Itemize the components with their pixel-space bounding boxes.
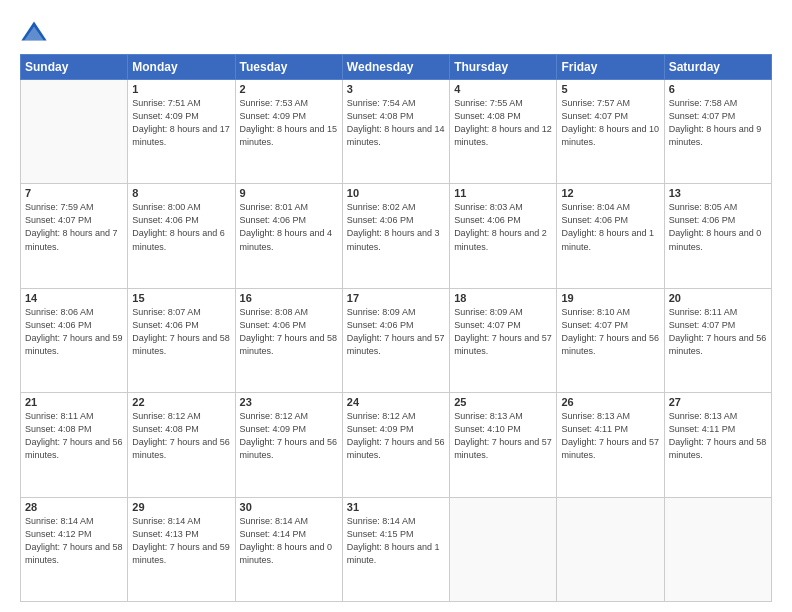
day-info: Sunrise: 8:02 AMSunset: 4:06 PMDaylight:…	[347, 201, 445, 253]
weekday-header-friday: Friday	[557, 55, 664, 80]
day-info: Sunrise: 8:11 AMSunset: 4:08 PMDaylight:…	[25, 410, 123, 462]
week-row-3: 14Sunrise: 8:06 AMSunset: 4:06 PMDayligh…	[21, 288, 772, 392]
weekday-header-thursday: Thursday	[450, 55, 557, 80]
day-cell	[450, 497, 557, 601]
day-info: Sunrise: 8:09 AMSunset: 4:06 PMDaylight:…	[347, 306, 445, 358]
day-info: Sunrise: 8:12 AMSunset: 4:09 PMDaylight:…	[347, 410, 445, 462]
day-cell: 25Sunrise: 8:13 AMSunset: 4:10 PMDayligh…	[450, 393, 557, 497]
day-info: Sunrise: 7:58 AMSunset: 4:07 PMDaylight:…	[669, 97, 767, 149]
day-cell: 3Sunrise: 7:54 AMSunset: 4:08 PMDaylight…	[342, 80, 449, 184]
day-cell: 24Sunrise: 8:12 AMSunset: 4:09 PMDayligh…	[342, 393, 449, 497]
day-cell	[557, 497, 664, 601]
day-cell: 6Sunrise: 7:58 AMSunset: 4:07 PMDaylight…	[664, 80, 771, 184]
day-cell: 15Sunrise: 8:07 AMSunset: 4:06 PMDayligh…	[128, 288, 235, 392]
calendar-table: SundayMondayTuesdayWednesdayThursdayFrid…	[20, 54, 772, 602]
day-number: 22	[132, 396, 230, 408]
day-cell: 23Sunrise: 8:12 AMSunset: 4:09 PMDayligh…	[235, 393, 342, 497]
logo-icon	[20, 18, 48, 46]
week-row-5: 28Sunrise: 8:14 AMSunset: 4:12 PMDayligh…	[21, 497, 772, 601]
weekday-header-monday: Monday	[128, 55, 235, 80]
page: SundayMondayTuesdayWednesdayThursdayFrid…	[0, 0, 792, 612]
day-info: Sunrise: 8:01 AMSunset: 4:06 PMDaylight:…	[240, 201, 338, 253]
day-info: Sunrise: 7:57 AMSunset: 4:07 PMDaylight:…	[561, 97, 659, 149]
day-number: 4	[454, 83, 552, 95]
weekday-header-sunday: Sunday	[21, 55, 128, 80]
day-number: 13	[669, 187, 767, 199]
day-number: 12	[561, 187, 659, 199]
week-row-4: 21Sunrise: 8:11 AMSunset: 4:08 PMDayligh…	[21, 393, 772, 497]
day-number: 23	[240, 396, 338, 408]
day-number: 20	[669, 292, 767, 304]
day-number: 27	[669, 396, 767, 408]
day-number: 2	[240, 83, 338, 95]
day-number: 30	[240, 501, 338, 513]
day-info: Sunrise: 8:04 AMSunset: 4:06 PMDaylight:…	[561, 201, 659, 253]
day-cell	[664, 497, 771, 601]
day-info: Sunrise: 8:14 AMSunset: 4:14 PMDaylight:…	[240, 515, 338, 567]
day-number: 3	[347, 83, 445, 95]
day-info: Sunrise: 7:59 AMSunset: 4:07 PMDaylight:…	[25, 201, 123, 253]
day-info: Sunrise: 7:54 AMSunset: 4:08 PMDaylight:…	[347, 97, 445, 149]
day-cell: 27Sunrise: 8:13 AMSunset: 4:11 PMDayligh…	[664, 393, 771, 497]
day-cell: 8Sunrise: 8:00 AMSunset: 4:06 PMDaylight…	[128, 184, 235, 288]
day-cell: 14Sunrise: 8:06 AMSunset: 4:06 PMDayligh…	[21, 288, 128, 392]
day-cell: 7Sunrise: 7:59 AMSunset: 4:07 PMDaylight…	[21, 184, 128, 288]
day-number: 31	[347, 501, 445, 513]
day-cell: 10Sunrise: 8:02 AMSunset: 4:06 PMDayligh…	[342, 184, 449, 288]
weekday-header-wednesday: Wednesday	[342, 55, 449, 80]
day-cell: 12Sunrise: 8:04 AMSunset: 4:06 PMDayligh…	[557, 184, 664, 288]
day-number: 16	[240, 292, 338, 304]
day-info: Sunrise: 7:51 AMSunset: 4:09 PMDaylight:…	[132, 97, 230, 149]
day-cell: 20Sunrise: 8:11 AMSunset: 4:07 PMDayligh…	[664, 288, 771, 392]
day-cell	[21, 80, 128, 184]
day-info: Sunrise: 8:13 AMSunset: 4:11 PMDaylight:…	[669, 410, 767, 462]
day-cell: 5Sunrise: 7:57 AMSunset: 4:07 PMDaylight…	[557, 80, 664, 184]
day-info: Sunrise: 7:55 AMSunset: 4:08 PMDaylight:…	[454, 97, 552, 149]
day-info: Sunrise: 8:06 AMSunset: 4:06 PMDaylight:…	[25, 306, 123, 358]
day-cell: 11Sunrise: 8:03 AMSunset: 4:06 PMDayligh…	[450, 184, 557, 288]
weekday-header-tuesday: Tuesday	[235, 55, 342, 80]
day-number: 15	[132, 292, 230, 304]
day-info: Sunrise: 8:07 AMSunset: 4:06 PMDaylight:…	[132, 306, 230, 358]
day-info: Sunrise: 8:05 AMSunset: 4:06 PMDaylight:…	[669, 201, 767, 253]
day-cell: 26Sunrise: 8:13 AMSunset: 4:11 PMDayligh…	[557, 393, 664, 497]
day-info: Sunrise: 8:12 AMSunset: 4:08 PMDaylight:…	[132, 410, 230, 462]
day-cell: 21Sunrise: 8:11 AMSunset: 4:08 PMDayligh…	[21, 393, 128, 497]
day-cell: 18Sunrise: 8:09 AMSunset: 4:07 PMDayligh…	[450, 288, 557, 392]
weekday-header-saturday: Saturday	[664, 55, 771, 80]
day-cell: 22Sunrise: 8:12 AMSunset: 4:08 PMDayligh…	[128, 393, 235, 497]
day-number: 5	[561, 83, 659, 95]
day-number: 9	[240, 187, 338, 199]
day-info: Sunrise: 8:09 AMSunset: 4:07 PMDaylight:…	[454, 306, 552, 358]
day-cell: 29Sunrise: 8:14 AMSunset: 4:13 PMDayligh…	[128, 497, 235, 601]
day-cell: 1Sunrise: 7:51 AMSunset: 4:09 PMDaylight…	[128, 80, 235, 184]
day-number: 8	[132, 187, 230, 199]
day-cell: 30Sunrise: 8:14 AMSunset: 4:14 PMDayligh…	[235, 497, 342, 601]
day-number: 6	[669, 83, 767, 95]
weekday-header-row: SundayMondayTuesdayWednesdayThursdayFrid…	[21, 55, 772, 80]
day-info: Sunrise: 7:53 AMSunset: 4:09 PMDaylight:…	[240, 97, 338, 149]
day-number: 7	[25, 187, 123, 199]
day-info: Sunrise: 8:00 AMSunset: 4:06 PMDaylight:…	[132, 201, 230, 253]
day-info: Sunrise: 8:11 AMSunset: 4:07 PMDaylight:…	[669, 306, 767, 358]
day-number: 1	[132, 83, 230, 95]
day-number: 14	[25, 292, 123, 304]
day-cell: 13Sunrise: 8:05 AMSunset: 4:06 PMDayligh…	[664, 184, 771, 288]
day-number: 11	[454, 187, 552, 199]
day-info: Sunrise: 8:13 AMSunset: 4:10 PMDaylight:…	[454, 410, 552, 462]
day-cell: 17Sunrise: 8:09 AMSunset: 4:06 PMDayligh…	[342, 288, 449, 392]
day-cell: 19Sunrise: 8:10 AMSunset: 4:07 PMDayligh…	[557, 288, 664, 392]
day-number: 10	[347, 187, 445, 199]
logo	[20, 18, 52, 46]
day-cell: 28Sunrise: 8:14 AMSunset: 4:12 PMDayligh…	[21, 497, 128, 601]
day-number: 29	[132, 501, 230, 513]
day-info: Sunrise: 8:10 AMSunset: 4:07 PMDaylight:…	[561, 306, 659, 358]
day-info: Sunrise: 8:12 AMSunset: 4:09 PMDaylight:…	[240, 410, 338, 462]
day-cell: 4Sunrise: 7:55 AMSunset: 4:08 PMDaylight…	[450, 80, 557, 184]
day-info: Sunrise: 8:13 AMSunset: 4:11 PMDaylight:…	[561, 410, 659, 462]
day-info: Sunrise: 8:03 AMSunset: 4:06 PMDaylight:…	[454, 201, 552, 253]
day-number: 25	[454, 396, 552, 408]
header	[20, 18, 772, 46]
day-number: 19	[561, 292, 659, 304]
day-cell: 2Sunrise: 7:53 AMSunset: 4:09 PMDaylight…	[235, 80, 342, 184]
